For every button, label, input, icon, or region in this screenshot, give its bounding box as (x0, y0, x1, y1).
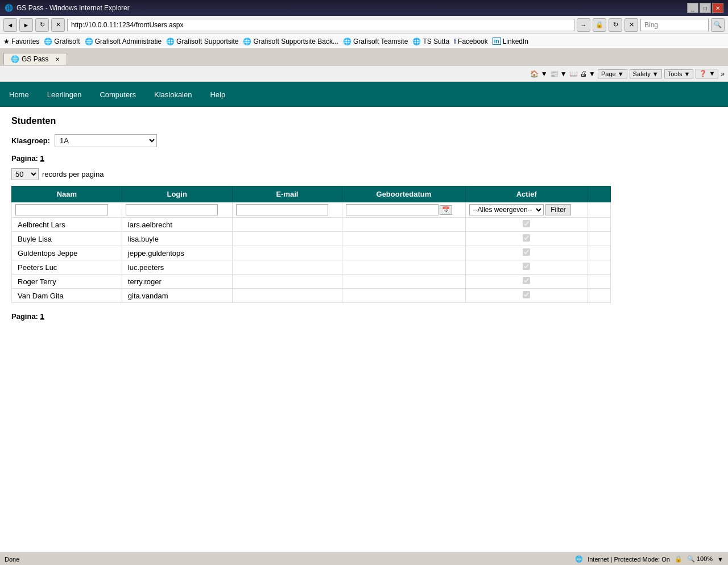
actief-checkbox (523, 263, 530, 270)
table-row: Peeters Luc luc.peeters (12, 260, 611, 275)
minimize-button[interactable]: _ (687, 3, 698, 13)
maximize-button[interactable]: □ (700, 3, 711, 13)
address-bar: ◄ ► ↻ ✕ → 🔒 ↻ ✕ 🔍 (0, 16, 728, 34)
tab-icon: 🌐 (11, 55, 19, 63)
page-title: Studenten (11, 116, 717, 126)
date-picker-button[interactable]: 📅 (440, 205, 452, 215)
filter-row: 📅 --Alles weergeven-- Ja Nee Filter (12, 202, 611, 218)
feeds-icon[interactable]: 📰 ▼ (550, 70, 567, 78)
cell-geboorte (342, 275, 465, 289)
cell-login: terry.roger (122, 275, 232, 289)
col-actions (588, 186, 611, 202)
nav-leerlingen[interactable]: Leerlingen (38, 84, 91, 106)
nav-home[interactable]: Home (0, 84, 38, 106)
table-row: Aelbrecht Lars lars.aelbrecht (12, 218, 611, 232)
filter-naam-input[interactable] (15, 204, 108, 215)
stop-button[interactable]: ✕ (51, 18, 65, 32)
fav-grafisoft-support[interactable]: 🌐 Grafisoft Supportsite (166, 38, 238, 45)
tab-close-icon[interactable]: ✕ (55, 56, 60, 63)
cell-geboorte (342, 289, 465, 303)
actief-checkbox (523, 234, 530, 242)
actief-checkbox (523, 220, 530, 227)
fav-facebook[interactable]: f Facebook (454, 38, 488, 45)
pagina-link-bottom[interactable]: 1 (40, 312, 44, 321)
fav-ts-sutta[interactable]: 🌐 TS Sutta (412, 38, 449, 45)
forward-button[interactable]: ► (19, 18, 33, 32)
cell-actief (465, 275, 588, 289)
data-table: Naam Login E-mail Geboortedatum Actief 📅 (11, 186, 611, 303)
fav-grafisoft-admin[interactable]: 🌐 Grafisoft Administratie (85, 38, 162, 45)
records-select[interactable]: 10 25 50 100 (11, 168, 39, 180)
cell-email (232, 218, 342, 232)
star-icon: ★ (3, 38, 10, 45)
cell-email (232, 260, 342, 275)
search-button[interactable]: 🔍 (711, 18, 725, 32)
read-button[interactable]: 📖 (569, 70, 578, 78)
actief-checkbox (523, 291, 530, 298)
klasgroep-select[interactable]: 1A 1B 2A 2B (55, 134, 157, 147)
cell-geboorte (342, 246, 465, 260)
nav-help[interactable]: Help (201, 84, 234, 106)
cell-email (232, 289, 342, 303)
tab-label: GS Pass (22, 55, 48, 63)
cell-naam: Van Dam Gita (12, 289, 122, 303)
table-row: Van Dam Gita gita.vandam (12, 289, 611, 303)
fav-grafisoft-support-back[interactable]: 🌐 Grafisoft Supportsite Back... (243, 38, 338, 45)
window-title: GS Pass - Windows Internet Explorer (16, 4, 130, 12)
nav-klaslokalen[interactable]: Klaslokalen (145, 84, 201, 106)
tools-button[interactable]: Tools ▼ (664, 69, 694, 78)
col-actief: Actief (465, 186, 588, 202)
nav-computers[interactable]: Computers (90, 84, 145, 106)
tab-bar: 🌐 GS Pass ✕ (0, 49, 728, 66)
cell-login: luc.peeters (122, 260, 232, 275)
fav-grafisoft-team[interactable]: 🌐 Grafisoft Teamsite (343, 38, 408, 45)
cell-naam: Peeters Luc (12, 260, 122, 275)
pagina-label-bottom: Pagina: (11, 312, 38, 321)
filter-actief-select[interactable]: --Alles weergeven-- Ja Nee (469, 204, 544, 215)
close-button[interactable]: ✕ (712, 3, 723, 13)
safety-button[interactable]: Safety ▼ (630, 69, 662, 78)
cell-actief (465, 289, 588, 303)
cell-geboorte (342, 218, 465, 232)
filter-button[interactable]: Filter (545, 204, 571, 215)
fav-grafisoft[interactable]: 🌐 Grafisoft (44, 38, 80, 45)
cell-actief (465, 232, 588, 246)
go-button[interactable]: → (577, 18, 590, 32)
cell-login: jeppe.guldentops (122, 246, 232, 260)
grafisoft-team-icon: 🌐 (343, 38, 351, 45)
pagina-link-top[interactable]: 1 (40, 154, 44, 163)
active-tab[interactable]: 🌐 GS Pass ✕ (3, 53, 67, 65)
cell-actief (465, 218, 588, 232)
grafisoft-support-icon: 🌐 (166, 38, 175, 45)
stop-alt-button[interactable]: ✕ (624, 18, 638, 32)
back-button[interactable]: ◄ (3, 18, 17, 32)
filter-geboorte-input[interactable] (346, 204, 439, 215)
search-input[interactable] (640, 19, 709, 31)
pagina-bottom: Pagina: 1 (11, 312, 717, 321)
table-row: Roger Terry terry.roger (12, 275, 611, 289)
cell-naam: Roger Terry (12, 275, 122, 289)
page-button[interactable]: Page ▼ (598, 69, 627, 78)
extend-icon[interactable]: » (721, 70, 725, 78)
fav-linkedin[interactable]: in LinkedIn (493, 38, 528, 45)
address-input[interactable] (67, 19, 574, 31)
cell-naam: Aelbrecht Lars (12, 218, 122, 232)
cell-login: lars.aelbrecht (122, 218, 232, 232)
filter-login-input[interactable] (126, 204, 218, 215)
security-icon: 🔒 (593, 18, 606, 32)
col-geboortedatum: Geboortedatum (342, 186, 465, 202)
refresh-button[interactable]: ↻ (35, 18, 49, 32)
cell-naam: Buyle Lisa (12, 232, 122, 246)
klasgroep-row: Klasgroep: 1A 1B 2A 2B (11, 134, 717, 147)
refresh-alt-button[interactable]: ↻ (609, 18, 622, 32)
filter-email-input[interactable] (236, 204, 329, 215)
cell-login: gita.vandam (122, 289, 232, 303)
help-button[interactable]: ❓ ▼ (696, 69, 718, 78)
col-email: E-mail (232, 186, 342, 202)
print-icon[interactable]: 🖨 ▼ (580, 70, 595, 78)
home-icon[interactable]: 🏠 ▼ (530, 70, 547, 78)
nav-menu: Home Leerlingen Computers Klaslokalen He… (0, 82, 728, 107)
cell-actief (465, 260, 588, 275)
favorites-button[interactable]: ★ Favorites (3, 38, 39, 45)
ts-sutta-icon: 🌐 (412, 38, 421, 45)
